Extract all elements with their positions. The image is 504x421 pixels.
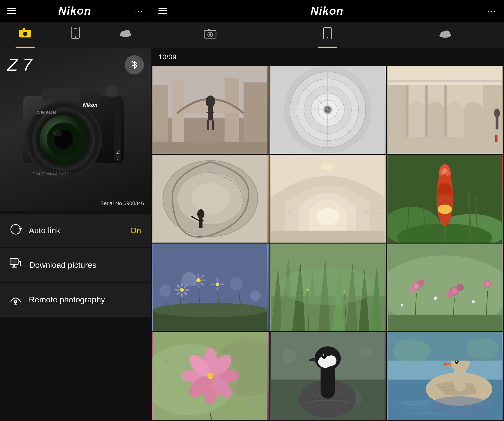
phone-icon-right: [323, 27, 332, 40]
tab-camera-right[interactable]: [151, 22, 269, 48]
svg-point-129: [181, 293, 183, 297]
download-icon: [10, 258, 22, 272]
svg-point-172: [486, 282, 490, 286]
hamburger-menu-right[interactable]: [158, 8, 167, 14]
svg-point-118: [159, 285, 171, 297]
tab-cloud-right[interactable]: [386, 22, 504, 48]
auto-link-value: On: [130, 226, 141, 235]
more-menu-right[interactable]: ···: [487, 6, 497, 16]
svg-point-227: [428, 396, 490, 415]
svg-point-165: [418, 279, 425, 286]
camera-icon-right: [204, 28, 217, 40]
auto-link-icon: [10, 223, 22, 238]
svg-rect-84: [495, 135, 498, 142]
more-menu-left[interactable]: ···: [134, 6, 144, 16]
svg-point-226: [444, 363, 447, 366]
photo-cosmos[interactable]: [152, 332, 269, 420]
svg-text:7: 7: [116, 154, 120, 161]
auto-link-menu-item[interactable]: Auto link On: [0, 214, 151, 247]
tab-phone-left[interactable]: [50, 22, 100, 48]
svg-point-130: [174, 289, 179, 291]
svg-point-197: [209, 375, 212, 378]
svg-point-98: [320, 163, 335, 170]
svg-point-112: [443, 168, 447, 174]
photo-grass[interactable]: [270, 244, 386, 331]
cloud-icon-left: [118, 28, 133, 40]
svg-rect-179: [388, 315, 502, 331]
svg-point-78: [494, 109, 500, 118]
svg-point-128: [181, 282, 183, 287]
svg-rect-75: [388, 137, 502, 154]
svg-point-94: [316, 208, 340, 225]
remote-photography-menu-item[interactable]: Remote photography: [0, 283, 151, 317]
svg-point-113: [438, 204, 452, 214]
svg-point-160: [280, 267, 375, 305]
svg-point-198: [166, 359, 169, 363]
svg-rect-32: [12, 267, 17, 268]
svg-point-42: [327, 37, 328, 38]
svg-rect-43: [326, 29, 329, 29]
phone-icon-left: [71, 27, 80, 41]
photo-arch[interactable]: [152, 66, 269, 154]
svg-point-148: [210, 283, 215, 285]
svg-point-147: [216, 287, 218, 291]
svg-point-131: [185, 289, 190, 291]
photo-hall[interactable]: [387, 66, 503, 154]
svg-point-39: [209, 33, 211, 36]
svg-rect-36: [14, 304, 17, 305]
tab-camera-left[interactable]: [0, 22, 50, 48]
svg-rect-3: [23, 28, 25, 30]
svg-point-151: [153, 303, 267, 317]
svg-point-230: [466, 338, 499, 360]
bluetooth-button[interactable]: [125, 55, 144, 74]
photo-goose[interactable]: [270, 332, 386, 420]
photo-pink-flowers[interactable]: [387, 244, 503, 331]
svg-point-34: [15, 301, 16, 302]
svg-point-138: [198, 283, 199, 288]
svg-rect-80: [406, 85, 409, 137]
svg-point-225: [456, 361, 457, 362]
photo-dome[interactable]: [270, 66, 386, 154]
svg-point-9: [124, 30, 130, 37]
svg-text:Z 24-70mm f/4 S ø72: Z 24-70mm f/4 S ø72: [32, 172, 69, 176]
download-pictures-label: Download pictures: [29, 260, 96, 270]
photo-stairs[interactable]: [152, 155, 269, 243]
svg-point-169: [457, 284, 464, 291]
svg-point-139: [191, 279, 196, 281]
right-tabs-bar: [151, 22, 504, 48]
svg-point-19: [53, 130, 62, 136]
svg-point-5: [75, 36, 76, 38]
svg-rect-76: [388, 85, 407, 137]
svg-point-137: [198, 272, 199, 278]
svg-rect-35: [15, 303, 16, 304]
hamburger-menu[interactable]: [7, 8, 16, 14]
svg-text:Z 7: Z 7: [7, 55, 33, 74]
svg-point-90: [197, 209, 204, 219]
svg-point-149: [220, 283, 225, 285]
remote-photography-label: Remote photography: [29, 295, 105, 304]
tab-cloud-left[interactable]: [101, 22, 151, 48]
svg-rect-30: [11, 259, 17, 264]
menu-items: Auto link On Download pictures: [0, 211, 151, 421]
camera-icon-left: [18, 27, 32, 40]
svg-rect-79: [496, 117, 498, 129]
svg-text:Nikon: Nikon: [83, 102, 97, 108]
svg-point-46: [443, 31, 450, 37]
right-panel: Nikon ···: [151, 0, 504, 421]
svg-point-126: [180, 288, 184, 292]
photo-tunnel[interactable]: [270, 155, 386, 243]
photo-purple-flowers[interactable]: [152, 244, 269, 331]
svg-point-164: [414, 284, 419, 289]
date-label: 10/09: [151, 48, 504, 66]
svg-point-136: [196, 278, 201, 282]
camera-model: Z 7: [7, 55, 55, 78]
svg-text:NIKKOR: NIKKOR: [37, 110, 56, 115]
tab-phone-right[interactable]: [269, 22, 386, 48]
download-pictures-menu-item[interactable]: Download pictures: [0, 248, 151, 282]
camera-hero: Z 7: [0, 48, 151, 211]
photo-flower-red[interactable]: [387, 155, 503, 243]
left-tabs-bar: [0, 22, 151, 48]
left-header: Nikon ···: [0, 0, 151, 22]
svg-point-229: [393, 339, 431, 363]
photo-duck[interactable]: [387, 332, 503, 420]
